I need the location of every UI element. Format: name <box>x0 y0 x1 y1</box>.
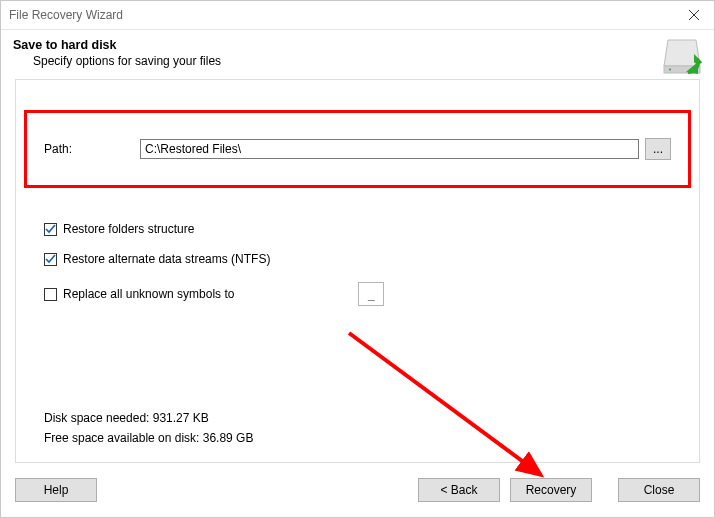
svg-point-4 <box>669 69 671 71</box>
window-close-button[interactable] <box>674 1 714 29</box>
options-group: Restore folders structure Restore altern… <box>44 222 671 322</box>
checkbox-restore-ads[interactable] <box>44 253 57 266</box>
page-title: Save to hard disk <box>13 38 700 52</box>
svg-marker-2 <box>664 40 700 66</box>
check-icon <box>45 224 56 235</box>
replace-char-input[interactable]: _ <box>358 282 384 306</box>
path-input[interactable] <box>140 139 639 159</box>
path-label: Path: <box>44 142 140 156</box>
option-restore-ads[interactable]: Restore alternate data streams (NTFS) <box>44 252 671 266</box>
option-label: Replace all unknown symbols to <box>63 287 234 301</box>
window-title: File Recovery Wizard <box>9 8 674 22</box>
disk-info: Disk space needed: 931.27 KB Free space … <box>44 408 253 448</box>
title-bar: File Recovery Wizard <box>1 1 714 30</box>
path-row: Path: ... <box>44 138 671 160</box>
help-button[interactable]: Help <box>15 478 97 502</box>
page-subtitle: Specify options for saving your files <box>33 54 700 68</box>
disk-free-label: Free space available on disk: 36.89 GB <box>44 428 253 448</box>
close-icon <box>689 10 699 20</box>
wizard-window: File Recovery Wizard Save to hard disk S… <box>0 0 715 518</box>
back-button[interactable]: < Back <box>418 478 500 502</box>
hard-disk-icon <box>662 36 702 76</box>
recovery-button[interactable]: Recovery <box>510 478 592 502</box>
checkbox-replace-symbols[interactable] <box>44 288 57 301</box>
button-bar: Help < Back Recovery Close <box>15 477 700 503</box>
disk-needed-label: Disk space needed: 931.27 KB <box>44 408 253 428</box>
option-label: Restore folders structure <box>63 222 194 236</box>
option-restore-folders[interactable]: Restore folders structure <box>44 222 671 236</box>
checkbox-restore-folders[interactable] <box>44 223 57 236</box>
header: Save to hard disk Specify options for sa… <box>1 30 714 72</box>
browse-button[interactable]: ... <box>645 138 671 160</box>
option-replace-symbols[interactable]: Replace all unknown symbols to _ <box>44 282 671 306</box>
option-label: Restore alternate data streams (NTFS) <box>63 252 270 266</box>
check-icon <box>45 254 56 265</box>
content-panel: Path: ... Restore folders structure Rest… <box>15 79 700 463</box>
close-button[interactable]: Close <box>618 478 700 502</box>
